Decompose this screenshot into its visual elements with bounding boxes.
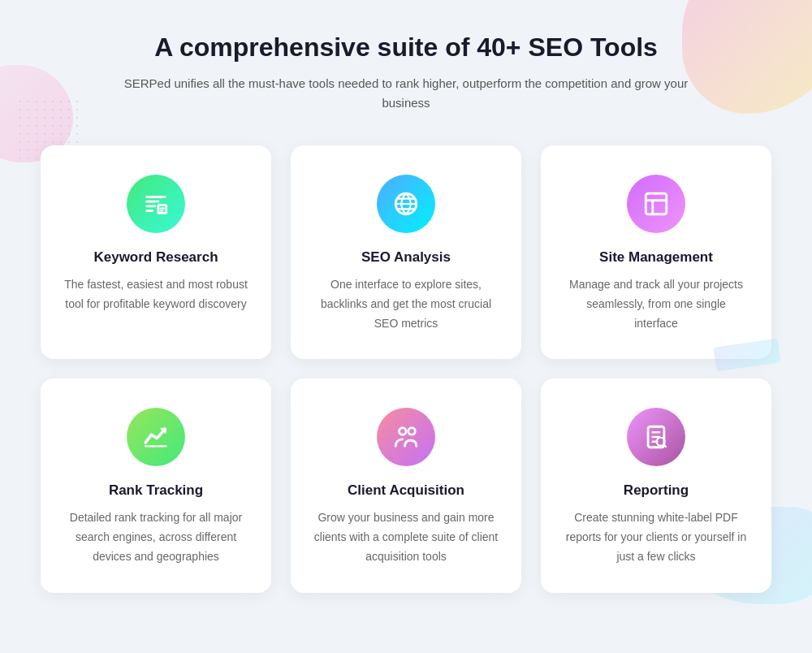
rank-tracking-title: Rank Tracking: [63, 482, 248, 499]
keyword-research-icon: [142, 190, 170, 218]
client-acquisition-icon-wrapper: [377, 408, 435, 466]
keyword-research-title: Keyword Research: [63, 249, 248, 266]
client-acquisition-title: Client Acquisition: [313, 482, 499, 499]
reporting-icon: [642, 423, 670, 451]
client-acquisition-icon: [392, 423, 420, 451]
page-subtitle: SERPed unifies all the must-have tools n…: [122, 74, 690, 113]
page-wrapper: A comprehensive suite of 40+ SEO Tools S…: [0, 0, 812, 653]
rank-tracking-icon-wrapper: [127, 408, 185, 466]
card-keyword-research: Keyword Research The fastest, easiest an…: [41, 145, 271, 359]
rank-tracking-description: Detailed rank tracking for all major sea…: [63, 508, 248, 566]
keyword-research-description: The fastest, easiest and most robust too…: [63, 275, 248, 314]
seo-analysis-icon: [392, 190, 420, 218]
reporting-icon-wrapper: [627, 408, 685, 466]
rank-tracking-icon: [142, 423, 170, 451]
client-acquisition-description: Grow your business and gain more clients…: [313, 508, 499, 566]
card-reporting: Reporting Create stunning white-label PD…: [541, 378, 771, 592]
seo-analysis-description: One interface to explore sites, backlink…: [313, 275, 499, 333]
card-client-acquisition: Client Acquisition Grow your business an…: [291, 378, 521, 592]
site-management-description: Manage and track all your projects seaml…: [564, 275, 749, 333]
site-management-title: Site Management: [564, 249, 749, 266]
card-rank-tracking: Rank Tracking Detailed rank tracking for…: [41, 378, 271, 592]
site-management-icon-wrapper: [627, 175, 685, 233]
seo-analysis-icon-wrapper: [377, 175, 435, 233]
reporting-title: Reporting: [564, 482, 749, 499]
keyword-research-icon-wrapper: [127, 175, 185, 233]
page-header: A comprehensive suite of 40+ SEO Tools S…: [41, 32, 771, 113]
seo-analysis-title: SEO Analysis: [313, 249, 499, 266]
main-content: A comprehensive suite of 40+ SEO Tools S…: [41, 32, 771, 593]
svg-point-3: [400, 428, 407, 435]
page-title: A comprehensive suite of 40+ SEO Tools: [41, 32, 771, 63]
card-site-management: Site Management Manage and track all you…: [541, 145, 771, 359]
cards-grid: Keyword Research The fastest, easiest an…: [41, 145, 771, 593]
reporting-description: Create stunning white-label PDF reports …: [564, 508, 749, 566]
card-seo-analysis: SEO Analysis One interface to explore si…: [291, 145, 521, 359]
site-management-icon: [642, 190, 670, 218]
svg-rect-2: [646, 193, 667, 214]
svg-point-4: [408, 428, 416, 435]
